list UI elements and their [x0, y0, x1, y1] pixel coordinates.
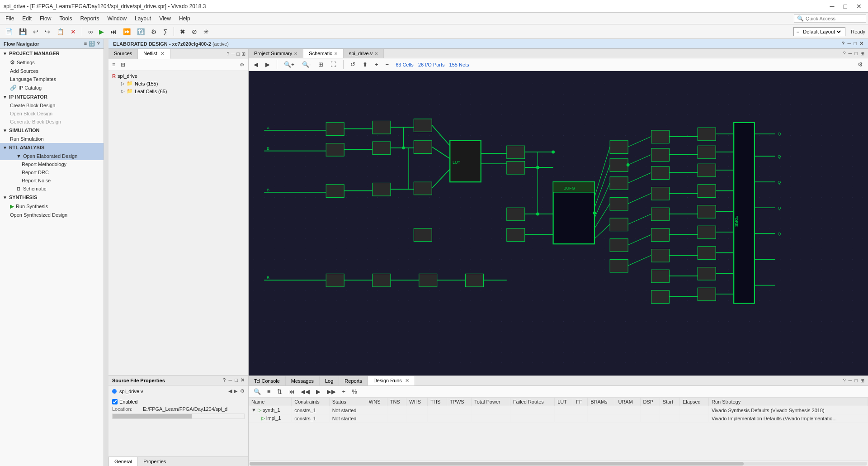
- run-all-button[interactable]: ∞: [86, 27, 95, 37]
- tab-project-summary[interactable]: Project Summary ✕: [249, 49, 303, 58]
- nav-report-methodology[interactable]: Report Methodology: [0, 160, 104, 168]
- bot-minimize-icon[interactable]: ─: [849, 378, 852, 384]
- dr-first-btn[interactable]: ⏮: [286, 387, 297, 396]
- dr-add-btn[interactable]: +: [340, 387, 348, 396]
- menu-layout[interactable]: Layout: [131, 14, 155, 23]
- scroll-thumb[interactable]: [250, 462, 744, 466]
- sch-back-btn[interactable]: ◀: [251, 60, 260, 69]
- netlist-tab-close[interactable]: ✕: [160, 51, 165, 56]
- menu-tools[interactable]: Tools: [56, 14, 75, 23]
- col-failed-routes[interactable]: Failed Routes: [510, 398, 554, 406]
- nav-add-sources[interactable]: Add Sources: [0, 67, 104, 75]
- synth-expand-arrow[interactable]: ▼: [251, 407, 256, 413]
- col-total-power[interactable]: Total Power: [472, 398, 510, 406]
- section-project-manager[interactable]: ▼ PROJECT MANAGER: [0, 49, 104, 58]
- nav-report-drc[interactable]: Report DRC: [0, 168, 104, 176]
- src-expand-btn[interactable]: ⊞: [119, 61, 127, 69]
- sch-minimize-icon[interactable]: ─: [849, 51, 852, 57]
- dr-run-btn[interactable]: ▶: [314, 387, 323, 396]
- new-button[interactable]: 📄: [3, 27, 15, 37]
- sch-settings-btn[interactable]: ⚙: [855, 60, 865, 69]
- menu-edit[interactable]: Edit: [19, 14, 35, 23]
- layout-dropdown[interactable]: Default Layout: [801, 29, 842, 35]
- elab-maximize-icon[interactable]: □: [854, 41, 857, 47]
- nav-run-synthesis[interactable]: ▶ Run Synthesis: [0, 202, 104, 211]
- next-button[interactable]: ⏩: [121, 27, 133, 37]
- undo-button[interactable]: ↩: [31, 27, 41, 37]
- bottom-scrollbar[interactable]: [249, 461, 868, 466]
- tab-netlist[interactable]: Netlist ✕: [138, 49, 170, 59]
- tab-tcl-console[interactable]: Tcl Console: [249, 376, 286, 385]
- nav-report-noise[interactable]: Report Noise: [0, 176, 104, 185]
- maximize-button[interactable]: □: [841, 2, 850, 11]
- dr-next-btn[interactable]: ▶▶: [325, 387, 338, 396]
- tab-log[interactable]: Log: [320, 376, 339, 385]
- col-brams[interactable]: BRAMs: [588, 398, 615, 406]
- sch-zoom-out-btn[interactable]: 🔍-: [300, 60, 313, 69]
- dr-percent-btn[interactable]: %: [349, 387, 359, 396]
- col-status[interactable]: Status: [329, 398, 366, 406]
- asterisk-button[interactable]: ✳: [201, 27, 211, 37]
- nav-open-elaborated[interactable]: ▼ Open Elaborated Design: [0, 152, 104, 160]
- dr-prev-btn[interactable]: ◀◀: [298, 387, 312, 396]
- sch-fit-btn[interactable]: ⊞: [316, 60, 326, 69]
- refresh-button[interactable]: 🔃: [135, 27, 147, 37]
- props-enabled-checkbox[interactable]: Enabled: [112, 399, 245, 404]
- nav-icon-2[interactable]: 🔡: [89, 41, 95, 47]
- col-dsp[interactable]: DSP: [640, 398, 660, 406]
- section-synthesis[interactable]: ▼ SYNTHESIS: [0, 193, 104, 202]
- nav-icon-3[interactable]: ?: [97, 41, 100, 47]
- props-minimize-icon[interactable]: ─: [229, 377, 232, 383]
- nav-icon-1[interactable]: ≡: [84, 41, 87, 47]
- menu-help[interactable]: Help: [175, 14, 194, 23]
- delete-button[interactable]: ✕: [68, 27, 78, 37]
- props-scrollbar[interactable]: [112, 414, 245, 419]
- props-gear-icon[interactable]: ⚙: [240, 388, 245, 394]
- run-button[interactable]: ▶: [97, 27, 106, 37]
- panel-help-icon[interactable]: ?: [226, 51, 229, 57]
- col-start[interactable]: Start: [660, 398, 679, 406]
- sch-add-btn[interactable]: +: [373, 60, 381, 69]
- tab-sources[interactable]: Sources: [108, 49, 138, 59]
- spi-drive-v-close[interactable]: ✕: [374, 51, 378, 56]
- menu-view[interactable]: View: [156, 14, 175, 23]
- section-simulation[interactable]: ▼ SIMULATION: [0, 126, 104, 135]
- window-controls[interactable]: ─ □ ✕: [827, 2, 864, 11]
- cross2-button[interactable]: ⊘: [189, 27, 199, 37]
- sch-forward-btn[interactable]: ▶: [263, 60, 272, 69]
- col-whs[interactable]: WHS: [406, 398, 428, 406]
- step-button[interactable]: ⏭: [108, 27, 119, 37]
- menu-reports[interactable]: Reports: [76, 14, 103, 23]
- tree-nets[interactable]: ▷ 📁 Nets (155): [110, 80, 246, 87]
- props-tab-properties[interactable]: Properties: [138, 457, 171, 466]
- section-rtl-analysis[interactable]: ▼ RTL ANALYSIS: [0, 143, 104, 152]
- sch-refresh-btn[interactable]: ↺: [348, 60, 358, 69]
- col-run-strategy[interactable]: Run Strategy: [708, 398, 868, 406]
- nav-language-templates[interactable]: Language Templates: [0, 75, 104, 83]
- design-runs-close[interactable]: ✕: [405, 378, 409, 383]
- col-tns[interactable]: TNS: [387, 398, 406, 406]
- nav-create-block-design[interactable]: Create Block Design: [0, 101, 104, 109]
- col-constraints[interactable]: Constraints: [292, 398, 329, 406]
- tab-schematic[interactable]: Schematic ✕: [303, 49, 343, 58]
- bot-help-icon[interactable]: ?: [843, 378, 845, 384]
- elab-help-icon[interactable]: ?: [842, 41, 845, 47]
- col-name[interactable]: Name: [249, 398, 292, 406]
- enabled-checkbox-input[interactable]: [112, 399, 118, 404]
- panel-minimize-icon[interactable]: ─: [231, 51, 235, 57]
- tab-messages[interactable]: Messages: [286, 376, 320, 385]
- close-button[interactable]: ✕: [854, 2, 864, 11]
- props-tab-general[interactable]: General: [108, 457, 138, 466]
- tab-design-runs[interactable]: Design Runs ✕: [368, 376, 415, 385]
- sch-help-icon[interactable]: ?: [843, 51, 845, 57]
- sch-zoom-in-btn[interactable]: 🔍+: [282, 60, 297, 69]
- nav-schematic[interactable]: 🗒 Schematic: [0, 185, 104, 193]
- panel-fullscreen-icon[interactable]: ⊞: [241, 51, 245, 57]
- props-help-icon[interactable]: ?: [223, 377, 226, 383]
- sch-maximize-icon[interactable]: □: [854, 51, 858, 57]
- sch-up-btn[interactable]: ⬆: [360, 60, 370, 69]
- schematic-tab-close[interactable]: ✕: [334, 51, 338, 56]
- col-ff[interactable]: FF: [573, 398, 588, 406]
- col-elapsed[interactable]: Elapsed: [679, 398, 708, 406]
- elab-minimize-icon[interactable]: ─: [848, 41, 851, 47]
